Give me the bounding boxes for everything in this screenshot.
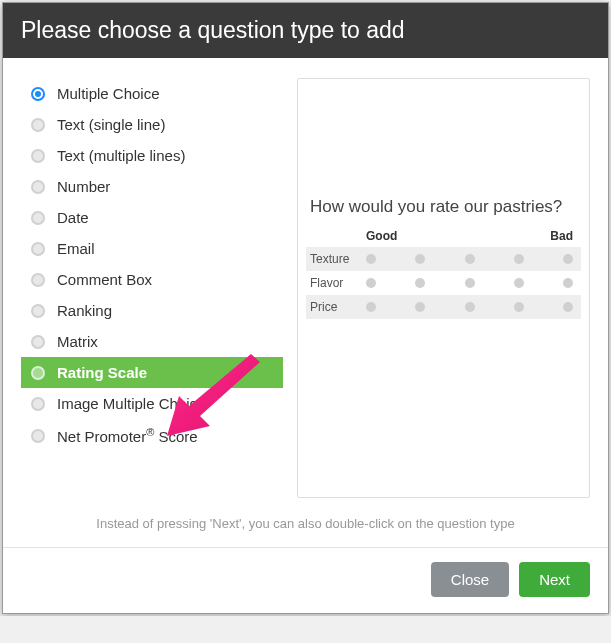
rating-dot[interactable]: [415, 302, 425, 312]
qtype-option[interactable]: Rating Scale: [21, 357, 283, 388]
rating-dot[interactable]: [563, 302, 573, 312]
radio-icon: [31, 149, 45, 163]
radio-icon: [31, 211, 45, 225]
qtype-label: Matrix: [57, 333, 98, 350]
radio-icon: [31, 87, 45, 101]
next-button[interactable]: Next: [519, 562, 590, 597]
qtype-option[interactable]: Multiple Choice: [21, 78, 283, 109]
rating-dot[interactable]: [514, 254, 524, 264]
rating-dot[interactable]: [465, 278, 475, 288]
radio-icon: [31, 242, 45, 256]
qtype-option[interactable]: Comment Box: [21, 264, 283, 295]
modal-footer: Close Next: [3, 548, 608, 613]
qtype-label: Ranking: [57, 302, 112, 319]
rating-dot[interactable]: [366, 302, 376, 312]
qtype-option[interactable]: Number: [21, 171, 283, 202]
question-type-modal: Please choose a question type to add Mul…: [2, 2, 609, 614]
qtype-label: Net Promoter® Score: [57, 426, 198, 445]
qtype-option[interactable]: Date: [21, 202, 283, 233]
radio-icon: [31, 335, 45, 349]
modal-title: Please choose a question type to add: [3, 3, 608, 58]
qtype-label: Date: [57, 209, 89, 226]
divider: [3, 547, 608, 548]
qtype-label: Text (single line): [57, 116, 165, 133]
radio-icon: [31, 180, 45, 194]
preview-pane: How would you rate our pastries? Good Ba…: [297, 78, 590, 498]
rating-dot[interactable]: [563, 278, 573, 288]
scale-row: Flavor: [306, 271, 581, 295]
scale-row-label: Price: [306, 300, 358, 314]
rating-dot[interactable]: [563, 254, 573, 264]
radio-icon: [31, 429, 45, 443]
scale-row: Price: [306, 295, 581, 319]
radio-icon: [31, 304, 45, 318]
qtype-label: Number: [57, 178, 110, 195]
qtype-option[interactable]: Net Promoter® Score: [21, 419, 283, 452]
rating-dot[interactable]: [514, 278, 524, 288]
rating-dot[interactable]: [366, 254, 376, 264]
modal-body: Multiple ChoiceText (single line)Text (m…: [3, 58, 608, 508]
qtype-label: Multiple Choice: [57, 85, 160, 102]
qtype-label: Comment Box: [57, 271, 152, 288]
qtype-label: Email: [57, 240, 95, 257]
qtype-option[interactable]: Matrix: [21, 326, 283, 357]
close-button[interactable]: Close: [431, 562, 509, 597]
scale-right-label: Bad: [550, 229, 573, 243]
radio-icon: [31, 118, 45, 132]
radio-icon: [31, 273, 45, 287]
rating-dot[interactable]: [415, 254, 425, 264]
scale-row: Texture: [306, 247, 581, 271]
scale-row-label: Texture: [306, 252, 358, 266]
preview-question: How would you rate our pastries?: [306, 197, 581, 217]
scale-rows: TextureFlavorPrice: [306, 247, 581, 319]
rating-dot[interactable]: [366, 278, 376, 288]
radio-icon: [31, 366, 45, 380]
question-type-list: Multiple ChoiceText (single line)Text (m…: [21, 78, 283, 498]
qtype-option[interactable]: Ranking: [21, 295, 283, 326]
qtype-option[interactable]: Text (single line): [21, 109, 283, 140]
scale-row-label: Flavor: [306, 276, 358, 290]
qtype-option[interactable]: Text (multiple lines): [21, 140, 283, 171]
qtype-label: Text (multiple lines): [57, 147, 185, 164]
radio-icon: [31, 397, 45, 411]
rating-dot[interactable]: [415, 278, 425, 288]
scale-left-label: Good: [366, 229, 397, 243]
qtype-label: Rating Scale: [57, 364, 147, 381]
modal-body-wrap: Multiple ChoiceText (single line)Text (m…: [3, 58, 608, 548]
hint-text: Instead of pressing 'Next', you can also…: [3, 508, 608, 547]
qtype-label: Image Multiple Choice: [57, 395, 205, 412]
scale-header: Good Bad: [306, 227, 581, 247]
qtype-option[interactable]: Image Multiple Choice: [21, 388, 283, 419]
rating-dot[interactable]: [514, 302, 524, 312]
preview-inner: How would you rate our pastries? Good Ba…: [306, 197, 581, 319]
rating-dot[interactable]: [465, 302, 475, 312]
qtype-option[interactable]: Email: [21, 233, 283, 264]
rating-dot[interactable]: [465, 254, 475, 264]
